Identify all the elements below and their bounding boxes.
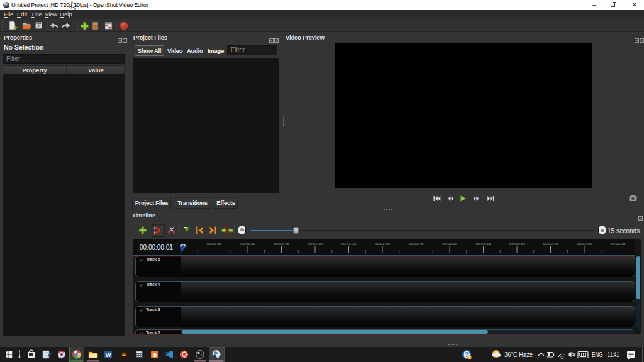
svg-text:ENG: ENG	[592, 351, 603, 358]
svg-text:⊗: ⊗	[152, 352, 157, 358]
svg-text:36°C Haze: 36°C Haze	[504, 351, 533, 358]
svg-text:00:01:15: 00:01:15	[341, 241, 357, 246]
svg-text:00:02:15: 00:02:15	[475, 241, 491, 246]
svg-text:00:02:30: 00:02:30	[509, 241, 525, 246]
svg-text:00:03:00: 00:03:00	[577, 241, 592, 246]
svg-text:00:02:45: 00:02:45	[543, 241, 558, 246]
svg-text:00:00:15: 00:00:15	[206, 241, 222, 246]
svg-text:00:01:00: 00:01:00	[308, 241, 323, 246]
svg-text:00:01:30: 00:01:30	[375, 241, 391, 246]
svg-text:00:03:15: 00:03:15	[610, 241, 626, 246]
svg-text:W: W	[106, 352, 111, 358]
svg-text:!: !	[469, 356, 470, 359]
svg-text:00:02:00: 00:02:00	[442, 241, 458, 246]
svg-text:00:01:45: 00:01:45	[408, 241, 424, 246]
svg-text:00:00:45: 00:00:45	[274, 241, 289, 246]
svg-text:11:41: 11:41	[608, 351, 619, 358]
svg-text:00:00:30: 00:00:30	[240, 241, 256, 246]
svg-text:Ai: Ai	[121, 352, 126, 358]
